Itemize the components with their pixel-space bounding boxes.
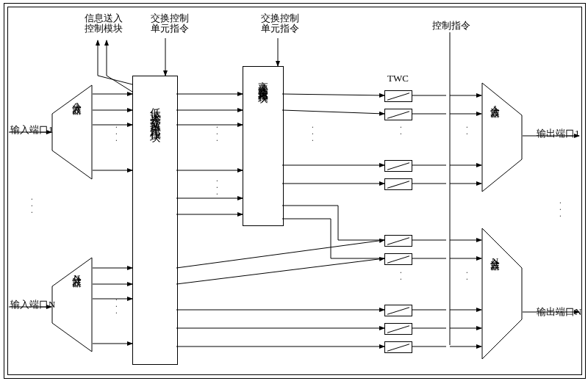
dots-twc-2: · · bbox=[397, 272, 405, 282]
twc-8 bbox=[384, 323, 412, 335]
output-port-n-label: 输出端口N bbox=[537, 307, 581, 317]
twc-2 bbox=[384, 109, 412, 120]
mux-1-text: 合波器1 bbox=[490, 98, 500, 115]
twc-6 bbox=[384, 253, 412, 265]
mux-1 bbox=[481, 82, 523, 192]
dots-inputs: · · · bbox=[28, 198, 36, 215]
dots-demuxn: · · · bbox=[112, 299, 121, 316]
demux-1-text: 分波器1 bbox=[71, 95, 82, 112]
dots-high-out: · · · bbox=[309, 126, 317, 143]
twc-3 bbox=[384, 160, 412, 172]
high-speed-switch-unit bbox=[243, 66, 284, 226]
dots-mux1: · · bbox=[463, 126, 471, 137]
mux-n bbox=[481, 228, 523, 360]
twc-1 bbox=[384, 90, 412, 102]
twc-4 bbox=[384, 178, 412, 190]
info-send-ctrl-label: 信息送入 控制模块 bbox=[85, 13, 123, 35]
dots-muxn: · · bbox=[463, 272, 471, 282]
input-port-n-label: 输入端口N bbox=[10, 300, 55, 310]
ctrl-cmd-label: 控制指令 bbox=[432, 21, 470, 31]
dots-low-high-1: · · · bbox=[213, 126, 221, 143]
exchange-ctrl-right-label: 交换控制 单元指令 bbox=[261, 13, 299, 35]
output-port-1-label: 输出端口1 bbox=[537, 128, 580, 139]
input-port-1-label: 输入端口1 bbox=[10, 125, 54, 135]
twc-label: TWC bbox=[387, 73, 409, 84]
twc-9 bbox=[384, 341, 412, 353]
twc-7 bbox=[384, 305, 412, 316]
mux-n-text: 合波器N bbox=[490, 251, 500, 268]
dots-demux1: · · · bbox=[112, 126, 121, 143]
dots-outputs: · · · bbox=[556, 202, 564, 219]
demux-n-text: 分波器N bbox=[71, 268, 82, 285]
dots-twc-1: · · bbox=[397, 126, 405, 137]
exchange-ctrl-left-label: 交换控制 单元指令 bbox=[151, 13, 189, 35]
twc-5 bbox=[384, 235, 412, 247]
dots-low-high-2: · · · bbox=[213, 180, 221, 197]
low-speed-switch-text: 低速光交换单元模块 bbox=[149, 99, 162, 126]
high-speed-switch-text: 高速光交换单元模块 bbox=[257, 73, 268, 87]
